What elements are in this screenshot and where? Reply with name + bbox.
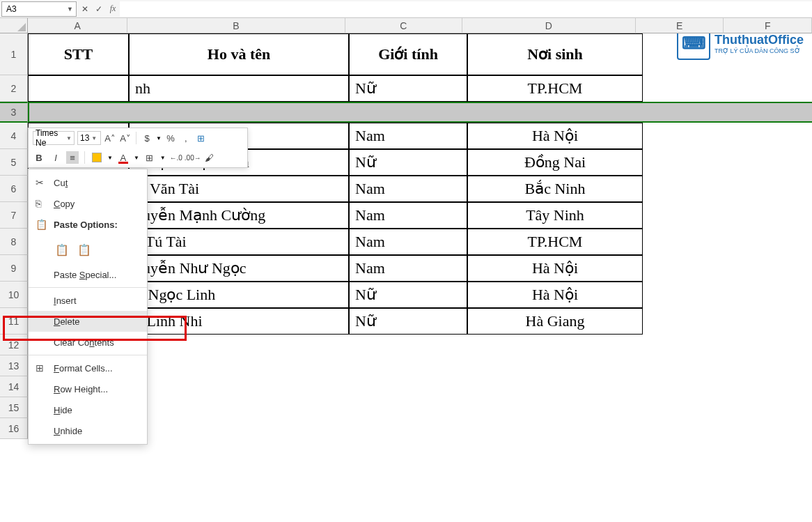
mini-toolbar: Times Ne▼ 13▼ A˄ A˅ $▼ % , ⊞ B I ≡ ▼ A▼ … bbox=[28, 128, 248, 168]
cell-B8[interactable]: ê Tú Tài bbox=[129, 229, 349, 255]
cell-B9[interactable]: guyễn Như Ngọc bbox=[129, 255, 349, 282]
col-header-A[interactable]: A bbox=[28, 18, 127, 33]
menu-paste-special[interactable]: Paste Special... bbox=[29, 264, 147, 285]
menu-clear-contents[interactable]: Clear Contents bbox=[29, 332, 147, 353]
dropdown-icon: ▼ bbox=[67, 6, 76, 13]
increase-font-icon[interactable]: A˄ bbox=[104, 132, 116, 144]
row-header-5[interactable]: 5 bbox=[0, 149, 28, 176]
clipboard-icon: 📋 bbox=[36, 219, 47, 230]
col-header-D[interactable]: D bbox=[462, 18, 636, 33]
row-header-16[interactable]: 16 bbox=[0, 418, 28, 439]
row-header-12[interactable]: 12 bbox=[0, 335, 28, 355]
menu-row-height[interactable]: Row Height... bbox=[29, 378, 147, 399]
cell-C11[interactable]: Nữ bbox=[349, 308, 467, 335]
cell-B2[interactable]: nh bbox=[129, 75, 349, 102]
cell-C2[interactable]: Nữ bbox=[349, 75, 467, 102]
row-header-9[interactable]: 9 bbox=[0, 255, 28, 282]
decrease-decimal-icon[interactable]: ←.0 bbox=[170, 151, 182, 164]
increase-decimal-icon[interactable]: .00→ bbox=[187, 151, 199, 164]
cell-B10[interactable]: ỗ Ngọc Linh bbox=[129, 282, 349, 308]
col-header-E[interactable]: E bbox=[636, 18, 724, 33]
row-header-2[interactable]: 2 bbox=[0, 75, 28, 102]
row-header-10[interactable]: 10 bbox=[0, 282, 28, 308]
percent-icon[interactable]: % bbox=[164, 132, 177, 144]
cell-B1[interactable]: Ho và tên bbox=[129, 33, 349, 75]
cell-C5[interactable]: Nữ bbox=[349, 149, 467, 176]
row-header-4[interactable]: 4 bbox=[0, 123, 28, 149]
menu-hide[interactable]: Hide bbox=[29, 399, 147, 420]
cell-D5[interactable]: Đồng Nai bbox=[467, 149, 643, 176]
menu-copy[interactable]: ⎘Copy bbox=[29, 193, 147, 214]
font-color-icon[interactable]: A bbox=[117, 151, 130, 164]
row-header-14[interactable]: 14 bbox=[0, 376, 28, 397]
cell-D6[interactable]: Bắc Ninh bbox=[467, 176, 643, 202]
font-size-input[interactable]: 13▼ bbox=[77, 131, 101, 145]
menu-delete[interactable]: Delete bbox=[29, 311, 147, 332]
scissors-icon: ✂ bbox=[36, 177, 44, 188]
cell-C8[interactable]: Nam bbox=[349, 229, 467, 255]
cell-A1[interactable]: STT bbox=[28, 33, 129, 75]
cell-D7[interactable]: Tây Ninh bbox=[467, 202, 643, 229]
format-icon[interactable]: 🖌 bbox=[203, 151, 216, 164]
font-name-input[interactable]: Times Ne▼ bbox=[33, 131, 75, 145]
menu-insert[interactable]: Insert bbox=[29, 290, 147, 311]
cell-D2[interactable]: TP.HCM bbox=[467, 75, 643, 102]
cell-A2[interactable] bbox=[28, 75, 129, 102]
menu-unhide[interactable]: Unhide bbox=[29, 420, 147, 441]
comma-icon[interactable]: , bbox=[180, 132, 192, 144]
menu-cut[interactable]: ✂Cut bbox=[29, 172, 147, 193]
cell-D11[interactable]: Hà Giang bbox=[467, 308, 643, 335]
menu-format-cells[interactable]: ⊞Format Cells... bbox=[29, 358, 147, 378]
align-icon[interactable]: ≡ bbox=[66, 151, 79, 164]
cell-C7[interactable]: Nam bbox=[349, 202, 467, 229]
col-header-B[interactable]: B bbox=[127, 18, 345, 33]
col-header-F[interactable]: F bbox=[724, 18, 812, 33]
row-header-7[interactable]: 7 bbox=[0, 202, 28, 229]
bold-icon[interactable]: B bbox=[33, 151, 45, 164]
decrease-font-icon[interactable]: A˅ bbox=[119, 132, 132, 144]
context-menu: ✂Cut ⎘Copy 📋Paste Options: 📋 📋 Paste Spe… bbox=[28, 169, 148, 445]
row-header-3[interactable]: 3 bbox=[0, 102, 28, 123]
cell-B11[interactable]: ũ Linh Nhi bbox=[129, 308, 349, 335]
accounting-format-icon[interactable]: $ bbox=[141, 132, 153, 144]
row-header-8[interactable]: 8 bbox=[0, 229, 28, 255]
cell-D10[interactable]: Hà Nội bbox=[467, 282, 643, 308]
fx-icon[interactable]: fx bbox=[106, 3, 120, 14]
cell-B6[interactable]: ai Văn Tài bbox=[129, 176, 349, 202]
copy-icon: ⎘ bbox=[36, 198, 41, 209]
paste-options-row: 📋 📋 bbox=[29, 235, 147, 264]
cancel-btn[interactable]: ✕ bbox=[78, 4, 92, 14]
menu-paste-options: 📋Paste Options: bbox=[29, 214, 147, 235]
cell-C9[interactable]: Nam bbox=[349, 255, 467, 282]
formula-input[interactable] bbox=[120, 1, 812, 17]
paste-values-icon[interactable]: 📋 bbox=[76, 241, 93, 258]
format-painter-icon[interactable]: ⊞ bbox=[195, 132, 208, 144]
cell-C1[interactable]: Giới tính bbox=[349, 33, 467, 75]
cell-D9[interactable]: Hà Nội bbox=[467, 255, 643, 282]
italic-icon[interactable]: I bbox=[49, 151, 62, 164]
row-header-11[interactable]: 11 bbox=[0, 308, 28, 335]
cell-D1[interactable]: Nơi sinh bbox=[467, 33, 643, 75]
cell-D4[interactable]: Hà Nội bbox=[467, 123, 643, 149]
format-cells-icon: ⊞ bbox=[36, 362, 44, 374]
select-all-triangle[interactable] bbox=[0, 18, 28, 33]
cell-C6[interactable]: Nam bbox=[349, 176, 467, 202]
row-header-6[interactable]: 6 bbox=[0, 176, 28, 202]
selected-row-highlight bbox=[28, 102, 812, 123]
paste-default-icon[interactable]: 📋 bbox=[54, 241, 70, 258]
border-icon[interactable]: ⊞ bbox=[143, 151, 156, 164]
name-box[interactable]: A3 ▼ bbox=[1, 1, 77, 17]
cell-C4[interactable]: Nam bbox=[349, 123, 467, 149]
col-header-C[interactable]: C bbox=[345, 18, 462, 33]
cell-reference: A3 bbox=[6, 4, 17, 14]
fill-color-icon[interactable] bbox=[91, 151, 103, 164]
enter-btn[interactable]: ✓ bbox=[92, 4, 106, 14]
row-header-1[interactable]: 1 bbox=[0, 33, 28, 75]
cell-D8[interactable]: TP.HCM bbox=[467, 229, 643, 255]
cell-B7[interactable]: guyễn Mạnh Cường bbox=[129, 202, 349, 229]
row-header-15[interactable]: 15 bbox=[0, 397, 28, 418]
row-header-13[interactable]: 13 bbox=[0, 355, 28, 376]
cell-C10[interactable]: Nữ bbox=[349, 282, 467, 308]
